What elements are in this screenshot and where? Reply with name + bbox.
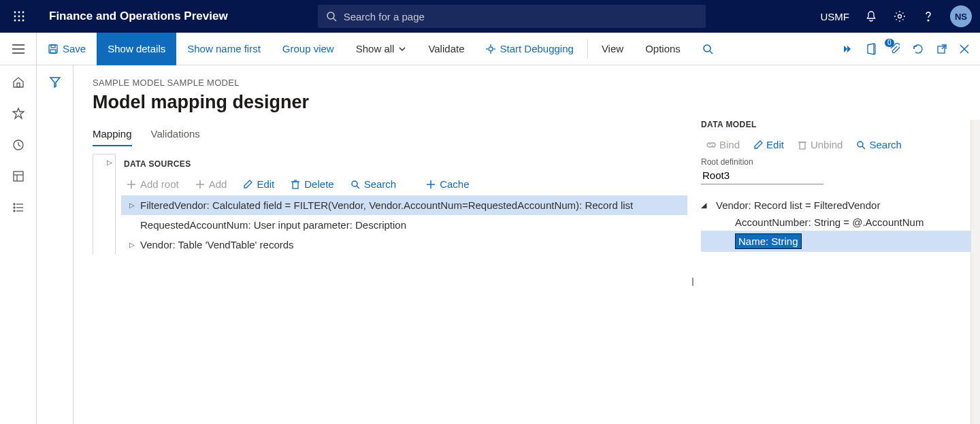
svg-line-62 [862, 146, 865, 149]
help-icon[interactable] [921, 10, 935, 23]
options-menu[interactable]: Options [634, 33, 691, 65]
data-model-tree: ◢ Vendor: Record list = FilteredVendor A… [701, 197, 975, 252]
dm-row-vendor[interactable]: ◢ Vendor: Record list = FilteredVendor [701, 197, 975, 214]
svg-rect-38 [14, 172, 23, 181]
svg-point-12 [928, 20, 929, 21]
chevron-down-icon [398, 45, 406, 53]
svg-point-9 [327, 12, 334, 19]
modules-icon[interactable] [12, 201, 24, 214]
data-source-tree: ▷ FilteredVendor: Calculated field = FIL… [121, 195, 687, 255]
collapse-handle[interactable]: ▷ [93, 154, 116, 255]
svg-point-3 [14, 16, 16, 18]
filter-icon[interactable] [49, 76, 61, 424]
svg-rect-35 [17, 83, 20, 87]
unbind-button[interactable]: Unbind [798, 139, 843, 150]
left-nav-rail [0, 65, 37, 424]
svg-point-7 [18, 20, 20, 22]
show-details-button[interactable]: Show details [97, 33, 176, 65]
svg-line-25 [710, 51, 713, 54]
root-definition-input[interactable] [701, 167, 823, 184]
bell-icon[interactable] [864, 10, 878, 23]
search-command-icon[interactable] [691, 33, 724, 65]
svg-marker-26 [844, 46, 847, 52]
svg-point-5 [22, 16, 24, 18]
gear-icon[interactable] [893, 10, 906, 23]
bind-button[interactable]: Bind [706, 139, 740, 150]
svg-point-2 [22, 12, 24, 14]
show-all-dropdown[interactable]: Show all [345, 33, 418, 65]
main-region: SAMPLE MODEL SAMPLE MODEL Model mapping … [0, 65, 980, 424]
validate-button[interactable]: Validate [417, 33, 475, 65]
scrollbar[interactable] [970, 120, 980, 424]
svg-rect-59 [800, 142, 805, 149]
group-view-button[interactable]: Group view [272, 33, 345, 65]
avatar[interactable]: NS [950, 5, 972, 27]
related-icon[interactable] [841, 43, 853, 55]
data-model-panel: || DATA MODEL Bind Edit Unbind Se [701, 65, 980, 424]
add-button[interactable]: Add [195, 178, 227, 190]
svg-point-11 [898, 15, 902, 18]
global-search[interactable] [318, 5, 706, 28]
svg-rect-17 [51, 45, 55, 48]
search-icon [326, 11, 337, 22]
attachments-icon[interactable]: 0 [889, 43, 900, 55]
svg-line-32 [942, 45, 946, 49]
recent-icon[interactable] [12, 139, 24, 151]
add-root-button[interactable]: Add root [127, 178, 179, 190]
office-icon[interactable] [866, 43, 877, 55]
hamburger-icon[interactable] [0, 33, 37, 65]
dm-edit-button[interactable]: Edit [753, 139, 784, 150]
start-debugging-button[interactable]: Start Debugging [475, 33, 584, 65]
ds-row-requestedaccountnum[interactable]: RequestedAccountNum: User input paramete… [121, 215, 687, 235]
app-launcher-icon[interactable] [8, 5, 30, 27]
svg-point-55 [352, 181, 357, 186]
ds-row-vendor[interactable]: ▷ Vendor: Table 'VendTable' records [121, 235, 687, 255]
page-title: Model mapping designer [93, 92, 701, 113]
ds-row-filteredvendor[interactable]: ▷ FilteredVendor: Calculated field = FIL… [121, 195, 687, 215]
favorite-icon[interactable] [12, 108, 24, 120]
app-title: Finance and Operations Preview [49, 10, 228, 23]
svg-marker-36 [13, 108, 24, 118]
svg-point-8 [22, 20, 24, 22]
svg-point-41 [14, 203, 15, 205]
svg-line-56 [357, 186, 359, 189]
dm-row-name[interactable]: Name: String [701, 231, 975, 252]
svg-line-10 [333, 18, 336, 21]
cache-button[interactable]: Cache [426, 178, 469, 190]
view-menu[interactable]: View [591, 33, 634, 65]
popout-icon[interactable] [936, 44, 947, 54]
breadcrumb: SAMPLE MODEL SAMPLE MODEL [93, 78, 701, 88]
delete-button[interactable]: Delete [291, 178, 333, 190]
refresh-icon[interactable] [912, 43, 924, 55]
command-bar: Save Show details Show name first Group … [0, 33, 980, 65]
company-code[interactable]: USMF [821, 11, 850, 22]
dm-search-button[interactable]: Search [856, 139, 902, 150]
close-icon[interactable] [960, 44, 969, 54]
filter-rail [37, 65, 74, 424]
search-input[interactable] [344, 11, 698, 22]
tab-validations[interactable]: Validations [151, 128, 200, 146]
svg-marker-27 [847, 46, 851, 52]
home-icon[interactable] [12, 76, 24, 88]
svg-marker-47 [50, 78, 60, 87]
save-button[interactable]: Save [37, 33, 97, 65]
workspace-icon[interactable] [12, 170, 24, 182]
tab-strip: Mapping Validations [93, 128, 701, 147]
svg-point-24 [704, 45, 710, 52]
top-navbar: Finance and Operations Preview USMF NS [0, 0, 980, 33]
caret-right-icon: ▷ [107, 159, 112, 255]
svg-rect-52 [293, 182, 298, 189]
svg-point-43 [14, 207, 15, 208]
show-name-first-button[interactable]: Show name first [176, 33, 272, 65]
svg-line-28 [874, 44, 875, 44]
search-button[interactable]: Search [350, 178, 397, 190]
edit-button[interactable]: Edit [243, 178, 274, 190]
tab-mapping[interactable]: Mapping [93, 128, 132, 146]
splitter-handle[interactable]: || [691, 276, 693, 286]
svg-point-61 [858, 142, 863, 147]
root-definition-label: Root definition [701, 157, 975, 167]
svg-line-29 [874, 54, 875, 54]
dm-row-accountnumber[interactable]: AccountNumber: String = @.AccountNum [701, 214, 975, 231]
badge-count: 0 [885, 39, 894, 47]
save-label: Save [63, 43, 86, 54]
